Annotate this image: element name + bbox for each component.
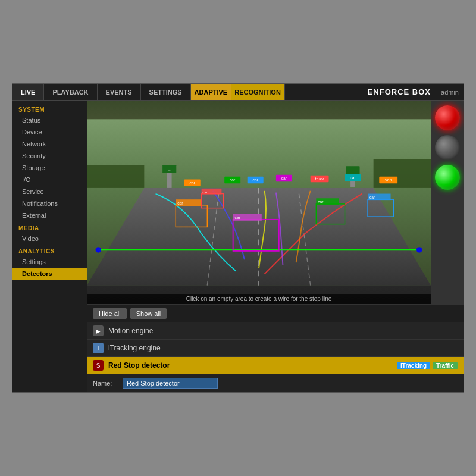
engine-list: ▶ Motion engine T iTracking engine S Red… — [87, 322, 464, 392]
motion-engine-row[interactable]: ▶ Motion engine — [87, 322, 464, 340]
controls-bar: Hide all Show all — [87, 304, 464, 322]
svg-rect-11 — [346, 166, 359, 174]
tag-itracking: iTracking — [397, 362, 430, 369]
sidebar-item-analytic-settings[interactable]: Settings — [12, 256, 87, 268]
traffic-light-panel — [431, 101, 464, 304]
sidebar-item-device[interactable]: Device — [12, 126, 87, 138]
content-area: → — [87, 101, 464, 392]
app-container: LIVE PLAYBACK EVENTS SETTINGS ADAPTIVE R… — [12, 83, 464, 393]
svg-text:car: car — [350, 176, 356, 180]
svg-text:car: car — [230, 178, 236, 182]
svg-rect-6 — [374, 159, 431, 188]
nav-tab-live[interactable]: LIVE — [12, 84, 44, 100]
show-all-button[interactable]: Show all — [130, 308, 167, 319]
sidebar-item-service[interactable]: Service — [12, 186, 87, 198]
tag-traffic: Traffic — [433, 362, 458, 369]
svg-text:car: car — [203, 190, 208, 194]
itracking-engine-name: iTracking engine — [108, 344, 161, 352]
svg-text:car: car — [281, 176, 287, 180]
itracking-engine-row[interactable]: T iTracking engine — [87, 340, 464, 357]
scene-svg: → — [87, 101, 431, 304]
outer-wrapper: LIVE PLAYBACK EVENTS SETTINGS ADAPTIVE R… — [0, 0, 476, 476]
detector-icon: S — [93, 360, 104, 371]
name-input[interactable] — [123, 378, 218, 389]
svg-text:van: van — [385, 178, 392, 182]
hide-all-button[interactable]: Hide all — [93, 308, 127, 319]
nav-tab-settings[interactable]: SETTINGS — [141, 84, 191, 100]
detector-tags: iTracking Traffic — [397, 362, 458, 369]
sidebar-item-detectors[interactable]: Detectors — [12, 268, 87, 280]
svg-point-13 — [95, 247, 101, 253]
video-container[interactable]: → — [87, 101, 431, 304]
sidebar-item-network[interactable]: Network — [12, 138, 87, 150]
nav-tab-events[interactable]: EVENTS — [98, 84, 141, 100]
nav-tab-recognition[interactable]: RECOGNITION — [231, 84, 284, 100]
traffic-light-yellow — [435, 135, 460, 160]
sidebar-item-external[interactable]: External — [12, 209, 87, 221]
motion-engine-icon: ▶ — [93, 325, 104, 336]
sidebar-section-media: MEDIA — [12, 221, 87, 233]
sidebar-item-storage[interactable]: Storage — [12, 162, 87, 174]
svg-point-14 — [416, 247, 422, 253]
nav-tab-adaptive-recognition[interactable]: ADAPTIVE RECOGNITION — [191, 84, 285, 100]
detector-name: Red Stop detector — [108, 361, 392, 369]
brand-name: ENFORCE BOX — [368, 87, 436, 96]
svg-text:car: car — [253, 178, 259, 182]
name-label: Name: — [93, 380, 117, 387]
nav-tab-adaptive[interactable]: ADAPTIVE — [191, 84, 231, 100]
sidebar-item-video[interactable]: Video — [12, 233, 87, 245]
svg-text:car: car — [177, 201, 183, 205]
traffic-light-green — [435, 165, 460, 190]
sidebar-item-status[interactable]: Status — [12, 114, 87, 126]
sidebar-section-system: SYSTEM — [12, 103, 87, 114]
traffic-light-red — [435, 105, 460, 130]
sidebar-item-notifications[interactable]: Notifications — [12, 198, 87, 209]
svg-rect-5 — [87, 165, 144, 188]
svg-text:→: → — [167, 168, 171, 172]
svg-text:car: car — [235, 215, 241, 220]
motion-engine-name: Motion engine — [108, 327, 153, 335]
name-row: Name: — [87, 374, 464, 392]
video-status-bar: Click on an empty area to create a wire … — [87, 294, 431, 304]
svg-text:truck: truck — [315, 177, 324, 181]
video-background: → — [87, 101, 431, 304]
nav-tab-playback[interactable]: PLAYBACK — [44, 84, 97, 100]
svg-text:car: car — [369, 195, 375, 199]
itracking-engine-icon: T — [93, 343, 104, 353]
top-nav: LIVE PLAYBACK EVENTS SETTINGS ADAPTIVE R… — [12, 84, 464, 101]
svg-text:car: car — [190, 181, 196, 185]
sidebar-section-analytics: ANALYTICS — [12, 245, 87, 256]
main-content: SYSTEM Status Device Network Security St… — [12, 101, 464, 392]
sidebar-item-security[interactable]: Security — [12, 150, 87, 162]
admin-label: admin — [436, 89, 464, 96]
sidebar-item-io[interactable]: I/O — [12, 174, 87, 186]
svg-text:car: car — [318, 200, 324, 204]
sidebar: SYSTEM Status Device Network Security St… — [12, 101, 87, 392]
detector-row[interactable]: S Red Stop detector iTracking Traffic — [87, 357, 464, 374]
